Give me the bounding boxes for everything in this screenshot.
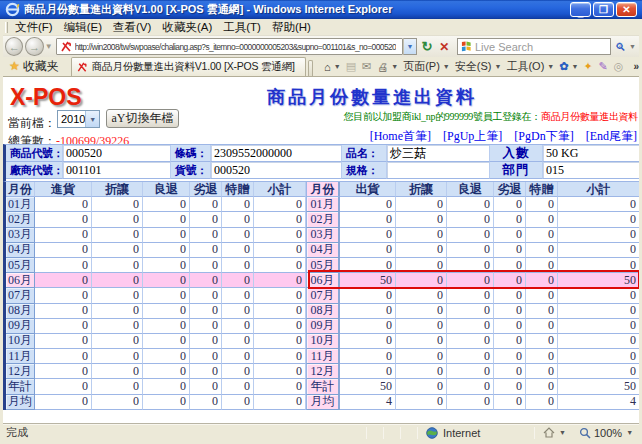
right-value-r13c5: 4: [558, 395, 639, 410]
left-value-r2c4: 0: [222, 228, 254, 243]
right-value-r7c4: 0: [526, 304, 558, 319]
right-value-r12c3: 0: [494, 379, 526, 394]
menu-item-3[interactable]: 收藏夹(A): [158, 19, 216, 36]
left-value-r1c0: 0: [35, 212, 92, 227]
left-value-r13c4: 0: [222, 395, 254, 410]
zoom-control[interactable]: 100% ▼: [579, 427, 639, 439]
nav-link-2[interactable]: [PgDn下筆]: [514, 129, 573, 143]
right-month-0: 01月: [306, 197, 340, 212]
right-value-r10c1: 0: [396, 349, 447, 364]
left-value-r3c5: 0: [254, 243, 306, 258]
search-dropdown-icon[interactable]: ▼: [629, 43, 636, 50]
help-icon[interactable]: ✿: [559, 60, 568, 73]
read-mail-icon[interactable]: ✉: [362, 60, 371, 73]
forward-button[interactable]: →: [25, 37, 43, 56]
form-label-r1c0: 廠商代號：: [6, 162, 63, 179]
left-value-r6c0: 0: [35, 288, 92, 303]
search-box[interactable]: Live Search: [457, 38, 611, 55]
form-value-r1c1[interactable]: 000520: [211, 162, 342, 179]
right-month-10: 11月: [306, 349, 340, 364]
right-value-r9c3: 0: [494, 334, 526, 349]
right-value-r2c5: 0: [558, 228, 639, 243]
year-dropdown-icon[interactable]: ▼: [85, 111, 99, 127]
form-value-r1c2[interactable]: [387, 162, 490, 179]
left-value-r11c4: 0: [222, 364, 254, 379]
form-value-r1c0[interactable]: 001101: [63, 162, 171, 179]
onenote-icon[interactable]: ✎: [599, 60, 608, 73]
right-value-r12c2: 0: [447, 379, 494, 394]
left-value-r12c2: 0: [143, 379, 190, 394]
left-value-r6c4: 0: [222, 288, 254, 303]
form-value-r1c3[interactable]: 015: [543, 162, 639, 179]
right-value-r12c0: 50: [340, 379, 396, 394]
right-value-r7c5: 0: [558, 304, 639, 319]
form-value-r0c1[interactable]: 2309552000000: [211, 145, 342, 162]
right-value-r11c4: 0: [526, 364, 558, 379]
minimize-button[interactable]: _: [570, 2, 591, 17]
page-menu[interactable]: 页面(P): [403, 59, 440, 74]
right-value-r10c0: 0: [340, 349, 396, 364]
nav-link-1[interactable]: [PgUp上筆]: [443, 129, 502, 143]
safety-menu[interactable]: 安全(S): [455, 59, 492, 74]
right-value-r6c5: 0: [558, 288, 639, 303]
left-value-r9c1: 0: [92, 334, 143, 349]
right-value-r2c0: 0: [340, 228, 396, 243]
left-value-r8c0: 0: [35, 319, 92, 334]
title-bar: 商品月份數量進出資料V1.00 [X-POS 雲通網] - Windows In…: [0, 0, 642, 19]
back-button[interactable]: ←: [5, 37, 23, 56]
right-value-r3c5: 0: [558, 243, 639, 258]
highlight-box: [308, 270, 639, 289]
favorites-star-icon: ★: [9, 59, 20, 73]
left-value-r3c0: 0: [35, 243, 92, 258]
switch-year-button[interactable]: aY切換年檔: [106, 109, 179, 128]
left-value-r0c5: 0: [254, 197, 306, 212]
messenger-icon[interactable]: ✦: [583, 60, 592, 73]
left-value-r6c1: 0: [92, 288, 143, 303]
left-value-r5c3: 0: [190, 273, 222, 288]
maximize-button[interactable]: ❐: [593, 2, 614, 17]
left-value-r0c2: 0: [143, 197, 190, 212]
nav-link-0[interactable]: [Home首筆]: [370, 129, 431, 143]
address-dropdown-button[interactable]: ▼: [403, 38, 418, 55]
form-value-r0c0[interactable]: 000520: [63, 145, 171, 162]
close-button[interactable]: ✕: [616, 2, 637, 17]
right-value-r0c0: 0: [340, 197, 396, 212]
right-value-r8c3: 0: [494, 319, 526, 334]
right-value-r6c0: 0: [340, 288, 396, 303]
globe-icon: [426, 427, 438, 439]
search-placeholder: Live Search: [475, 41, 533, 53]
address-field[interactable]: http://win2008/tw/swpoase/chaliang.asp?s…: [56, 38, 403, 55]
research-icon[interactable]: ◎: [614, 60, 624, 73]
home-icon[interactable]: ⌂: [324, 61, 331, 73]
favorites-button[interactable]: ★ 收藏夹: [5, 57, 65, 75]
search-button-icon[interactable]: 🔍︎: [615, 41, 626, 53]
menu-item-4[interactable]: 工具(T): [219, 19, 265, 36]
left-month-6: 07月: [6, 288, 35, 303]
overflow-chevron-icon[interactable]: »: [633, 61, 639, 72]
active-tab[interactable]: 商品月份數量進出資料V1.00 [X-POS 雲通網]: [71, 57, 306, 76]
tools-menu[interactable]: 工具(O): [506, 59, 544, 74]
feeds-icon[interactable]: ▤: [346, 60, 356, 73]
right-value-r8c5: 0: [558, 319, 639, 334]
form-value-r0c2[interactable]: 炒三菇: [387, 145, 490, 162]
left-value-r6c2: 0: [143, 288, 190, 303]
menu-item-0[interactable]: 文件(F): [11, 19, 57, 36]
right-value-r8c2: 0: [447, 319, 494, 334]
page-content: X-POS 商品月份數量進出資料 您目前以加盟商ikl_np的999999號員工…: [3, 77, 639, 423]
monthly-table: 月份進貨折讓良退劣退特贈小計月份出貨折讓良退劣退特贈小計01月00000001月…: [3, 181, 639, 410]
new-tab-button[interactable]: [308, 60, 313, 76]
nav-link-3[interactable]: [End尾筆]: [586, 129, 637, 143]
menu-item-2[interactable]: 查看(V): [109, 19, 155, 36]
year-select[interactable]: 2010 ▼: [57, 110, 100, 128]
protected-mode[interactable]: ▼: [543, 427, 579, 438]
page-title: 商品月份數量進出資料: [241, 85, 503, 109]
stop-button[interactable]: ✕: [437, 38, 452, 55]
menu-item-5[interactable]: 帮助(H): [268, 19, 315, 36]
left-value-r11c2: 0: [143, 364, 190, 379]
history-dropdown-icon[interactable]: ▼: [45, 42, 53, 51]
refresh-button[interactable]: ↻: [419, 38, 434, 55]
right-value-r6c4: 0: [526, 288, 558, 303]
menu-item-1[interactable]: 编辑(E): [60, 19, 106, 36]
print-icon[interactable]: 🖨︎: [377, 61, 388, 73]
form-value-r0c3[interactable]: 50 KG: [543, 145, 639, 162]
